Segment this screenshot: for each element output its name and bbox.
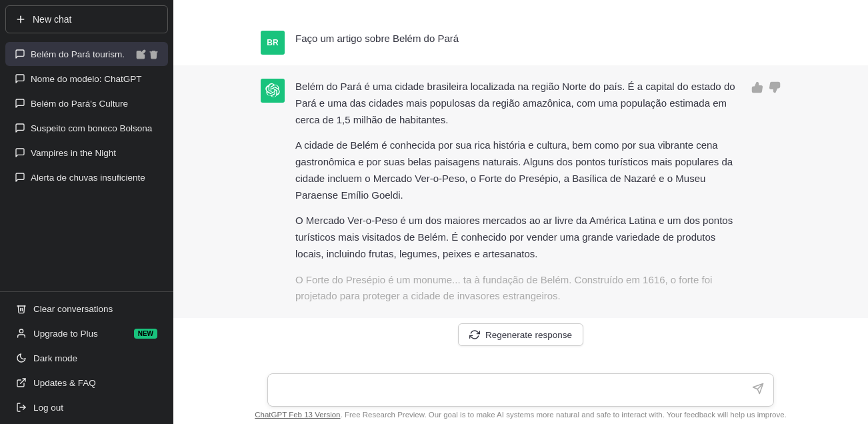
user-avatar: BR <box>261 31 285 55</box>
upgrade-plus-label: Upgrade to Plus <box>33 329 98 339</box>
openai-logo <box>265 83 280 98</box>
clear-conversations-button[interactable]: Clear conversations <box>5 297 168 321</box>
conversation-label: Belém do Pará tourism. <box>31 49 131 59</box>
sidebar: New chat Belém do Pará tourism. Nome do … <box>0 0 173 424</box>
conversation-actions <box>136 49 159 59</box>
chatgpt-version-link[interactable]: ChatGPT Feb 13 Version <box>255 411 340 419</box>
plus-icon <box>15 14 26 25</box>
footer-description: . Free Research Preview. Our goal is to … <box>341 411 787 419</box>
conversation-item-belem-tourism[interactable]: Belém do Pará tourism. <box>5 42 168 66</box>
updates-faq-label: Updates & FAQ <box>33 378 96 388</box>
conversation-label: Suspeito com boneco Bolsona <box>31 123 159 133</box>
message-actions <box>751 79 781 93</box>
svg-point-2 <box>19 329 23 333</box>
log-out-button[interactable]: Log out <box>5 395 168 419</box>
thumbs-up-icon[interactable] <box>751 81 763 93</box>
dark-mode-button[interactable]: Dark mode <box>5 346 168 370</box>
log-out-label: Log out <box>33 403 63 413</box>
person-icon <box>16 328 27 339</box>
new-badge: NEW <box>134 329 157 339</box>
send-button[interactable] <box>749 380 767 399</box>
assistant-message-content: Belém do Pará é uma cidade brasileira lo… <box>295 79 741 305</box>
regenerate-bar: Regenerate response <box>173 318 868 349</box>
conversation-item-nome-modelo[interactable]: Nome do modelo: ChatGPT <box>5 67 168 91</box>
external-icon <box>16 377 27 388</box>
input-wrapper <box>267 373 774 407</box>
new-chat-label: New chat <box>33 14 71 25</box>
refresh-icon <box>469 329 480 340</box>
clear-conversations-label: Clear conversations <box>33 304 113 314</box>
assistant-avatar <box>261 79 285 103</box>
send-icon <box>752 383 764 395</box>
conversation-item-belem-culture[interactable]: Belém do Pará's Culture <box>5 91 168 115</box>
regenerate-label: Regenerate response <box>485 330 572 340</box>
chat-icon <box>15 123 25 133</box>
updates-faq-button[interactable]: Updates & FAQ <box>5 371 168 395</box>
conversation-label: Vampires in the Night <box>31 148 159 158</box>
trash-icon <box>16 303 27 314</box>
conversation-label: Nome do modelo: ChatGPT <box>31 74 159 84</box>
user-initials: BR <box>267 38 278 47</box>
delete-icon[interactable] <box>149 49 159 59</box>
edit-icon[interactable] <box>136 49 146 59</box>
footer-text: ChatGPT Feb 13 Version. Free Research Pr… <box>255 411 787 419</box>
conversation-item-suspeito[interactable]: Suspeito com boneco Bolsona <box>5 116 168 140</box>
conversation-item-vampires[interactable]: Vampires in the Night <box>5 141 168 165</box>
user-message-row: BR Faço um artigo sobre Belém do Pará <box>221 20 821 65</box>
thumbs-down-icon[interactable] <box>769 81 781 93</box>
input-area: ChatGPT Feb 13 Version. Free Research Pr… <box>173 367 868 424</box>
chat-icon <box>15 172 25 183</box>
chat-area: BR Faço um artigo sobre Belém do Pará Be… <box>173 0 868 367</box>
regenerate-button[interactable]: Regenerate response <box>458 323 583 346</box>
main-content: BR Faço um artigo sobre Belém do Pará Be… <box>173 0 868 424</box>
chat-icon <box>15 73 25 84</box>
moon-icon <box>16 353 27 363</box>
new-chat-button[interactable]: New chat <box>5 5 168 33</box>
assistant-message-row: Belém do Pará é uma cidade brasileira lo… <box>221 65 821 318</box>
user-message-content: Faço um artigo sobre Belém do Pará <box>295 31 781 47</box>
user-message-text: Faço um artigo sobre Belém do Pará <box>295 31 781 47</box>
assistant-para-2: A cidade de Belém é conhecida por sua ri… <box>295 137 741 203</box>
conversation-list: Belém do Pará tourism. Nome do modelo: C… <box>0 39 173 291</box>
conversation-label: Belém do Pará's Culture <box>31 99 159 109</box>
conversation-label: Alerta de chuvas insuficiente <box>31 173 159 183</box>
upgrade-plus-button[interactable]: Upgrade to Plus NEW <box>5 321 168 345</box>
assistant-para-3: O Mercado Ver-o-Peso é um dos maiores me… <box>295 213 741 262</box>
sidebar-bottom: Clear conversations Upgrade to Plus NEW … <box>0 291 173 424</box>
chat-input[interactable] <box>268 374 773 406</box>
chat-icon <box>15 49 25 59</box>
assistant-para-1: Belém do Pará é uma cidade brasileira lo… <box>295 79 741 128</box>
svg-line-3 <box>21 379 25 383</box>
chat-icon <box>15 147 25 158</box>
chat-icon <box>15 98 25 109</box>
logout-icon <box>16 402 27 413</box>
assistant-para-4: O Forte do Presépio é um monume... ta à … <box>295 272 741 305</box>
dark-mode-label: Dark mode <box>33 353 77 363</box>
conversation-item-alerta[interactable]: Alerta de chuvas insuficiente <box>5 165 168 189</box>
